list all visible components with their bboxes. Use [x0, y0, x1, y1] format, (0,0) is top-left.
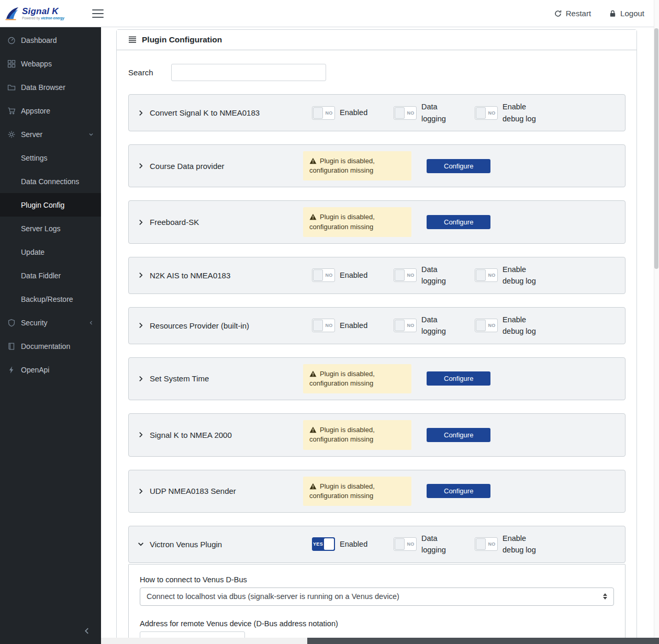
- debug-toggle[interactable]: NO: [475, 106, 498, 120]
- configure-button[interactable]: Configure: [427, 484, 490, 498]
- sidebar-item-label: Dashboard: [21, 36, 57, 44]
- sidebar-item-label: Server Logs: [21, 224, 60, 233]
- plugin-row-header[interactable]: Resources Provider (built-in): [137, 321, 312, 330]
- brand-logo[interactable]: Signal K Powered by victron energy: [0, 6, 83, 21]
- restart-icon: [554, 9, 562, 18]
- sidebar-item-appstore[interactable]: Appstore: [0, 99, 101, 122]
- plugin-name: N2K AIS to NMEA0183: [150, 271, 230, 280]
- remote-address-label: Address for remote Venus device (D-Bus a…: [140, 619, 614, 628]
- debug-toggle[interactable]: NO: [475, 537, 498, 551]
- list-icon: [128, 36, 137, 43]
- plugin-row-header[interactable]: Set System Time: [137, 374, 303, 383]
- card-body: Search Convert Signal K to NMEA0183 NO E…: [117, 50, 636, 644]
- plugin-row-header[interactable]: Freeboard-SK: [137, 218, 303, 227]
- plugin-row-header[interactable]: N2K AIS to NMEA0183: [137, 271, 312, 280]
- sidebar-toggle-button[interactable]: [92, 9, 104, 18]
- data-logging-toggle[interactable]: NO: [394, 106, 417, 120]
- data-logging-label: Data logging: [421, 314, 462, 337]
- toggle-knob: [313, 269, 323, 281]
- data-logging-label: Data logging: [421, 264, 462, 287]
- data-logging-toggle-group: NO Data logging: [394, 314, 475, 337]
- plugin-name: Set System Time: [150, 374, 209, 383]
- enabled-label: Enabled: [340, 538, 367, 550]
- plugin-row-udp-nmea0183-sender: UDP NMEA0183 Sender Plugin is disabled, …: [128, 470, 626, 513]
- debug-toggle[interactable]: NO: [475, 319, 498, 332]
- sidebar-item-backup-restore[interactable]: Backup/Restore: [0, 287, 101, 311]
- search-row: Search: [128, 64, 626, 81]
- sidebar-item-label: Plugin Config: [21, 201, 64, 209]
- debug-toggle-group: NO Enable debug log: [475, 533, 564, 556]
- enabled-toggle-group: NO Enabled: [312, 268, 394, 282]
- plugin-name: UDP NMEA0183 Sender: [150, 487, 236, 495]
- sidebar-item-data-browser[interactable]: Data Browser: [0, 75, 101, 99]
- sidebar-item-label: Data Connections: [21, 177, 79, 186]
- topbar: Signal K Powered by victron energy Resta…: [0, 0, 659, 27]
- toggle-state-label: NO: [405, 273, 416, 278]
- sidebar-item-update[interactable]: Update: [0, 240, 101, 264]
- enabled-toggle[interactable]: YES: [312, 537, 335, 551]
- sidebar-item-server[interactable]: Server: [0, 122, 101, 146]
- toggle-state-label: NO: [405, 110, 416, 116]
- sidebar-item-data-fiddler[interactable]: Data Fiddler: [0, 264, 101, 287]
- chevron-left-icon: [83, 627, 91, 635]
- toggle-state-label: NO: [486, 273, 497, 278]
- sidebar-item-documentation[interactable]: Documentation: [0, 334, 101, 358]
- vertical-scrollbar-thumb[interactable]: [654, 28, 658, 269]
- bolt-icon: [7, 366, 16, 374]
- enabled-toggle[interactable]: NO: [312, 319, 335, 332]
- plugin-row-freeboard-sk: Freeboard-SK Plugin is disabled, configu…: [128, 200, 626, 243]
- enabled-toggle-group: NO Enabled: [312, 319, 394, 332]
- data-logging-toggle[interactable]: NO: [394, 268, 417, 282]
- logout-label: Logout: [620, 9, 644, 18]
- sidebar-item-label: Backup/Restore: [21, 295, 73, 303]
- plugin-row-header[interactable]: Course Data provider: [137, 162, 303, 171]
- logout-button[interactable]: Logout: [609, 9, 644, 18]
- toggle-state-label: NO: [486, 323, 497, 328]
- sidebar-item-label: Data Browser: [21, 83, 65, 92]
- chevron-right-icon: [137, 272, 144, 279]
- plugin-name: Resources Provider (built-in): [150, 321, 249, 330]
- configure-button[interactable]: Configure: [427, 215, 490, 229]
- debug-toggle-group: NO Enable debug log: [475, 314, 564, 337]
- plugin-row-course-data-provider: Course Data provider Plugin is disabled,…: [128, 144, 626, 187]
- search-input[interactable]: [171, 64, 326, 81]
- configure-button[interactable]: Configure: [427, 159, 490, 173]
- enabled-toggle[interactable]: NO: [312, 106, 335, 120]
- sidebar-item-security[interactable]: Security: [0, 311, 101, 334]
- sidebar-item-settings[interactable]: Settings: [0, 146, 101, 170]
- debug-toggle[interactable]: NO: [475, 268, 498, 282]
- enabled-toggle[interactable]: NO: [312, 268, 335, 282]
- horizontal-scrollbar-thumb[interactable]: [307, 638, 659, 644]
- dbus-connect-label: How to connect to Venus D-Bus: [140, 575, 614, 584]
- toggle-state-label: NO: [405, 541, 416, 547]
- toggle-state-label: NO: [486, 541, 497, 547]
- debug-toggle-group: NO Enable debug log: [475, 264, 564, 287]
- data-logging-toggle-group: NO Data logging: [394, 533, 475, 556]
- debug-label: Enable debug log: [502, 264, 543, 287]
- plugin-row-header[interactable]: Victron Venus Plugin: [137, 540, 312, 549]
- sidebar-item-plugin-config[interactable]: Plugin Config: [0, 193, 101, 217]
- select-arrows-icon: [603, 593, 607, 600]
- sidebar-item-openapi[interactable]: OpenApi: [0, 358, 101, 381]
- sidebar-item-webapps[interactable]: Webapps: [0, 52, 101, 75]
- configure-button[interactable]: Configure: [427, 371, 490, 386]
- dbus-connect-select[interactable]: Connect to localhost via dbus (signalk-s…: [140, 587, 614, 606]
- plugin-name: Course Data provider: [150, 162, 225, 171]
- data-logging-toggle[interactable]: NO: [394, 537, 417, 551]
- sidebar-item-server-logs[interactable]: Server Logs: [0, 217, 101, 240]
- chevron-down-icon: [88, 130, 94, 139]
- data-logging-toggle[interactable]: NO: [394, 319, 417, 332]
- plugin-row-header[interactable]: Signal K to NMEA 2000: [137, 431, 303, 439]
- plugin-row-header[interactable]: Convert Signal K to NMEA0183: [137, 108, 312, 117]
- plugin-row-header[interactable]: UDP NMEA0183 Sender: [137, 487, 303, 495]
- configure-button[interactable]: Configure: [427, 428, 490, 442]
- sidebar-minimizer[interactable]: [0, 618, 101, 644]
- debug-label: Enable debug log: [502, 101, 543, 125]
- plugin-name: Signal K to NMEA 2000: [150, 431, 232, 439]
- toggle-knob: [476, 320, 486, 331]
- restart-button[interactable]: Restart: [554, 9, 591, 18]
- sidebar-item-label: Security: [21, 319, 48, 327]
- signalk-sail-icon: [4, 6, 20, 21]
- sidebar-item-dashboard[interactable]: Dashboard: [0, 28, 101, 52]
- sidebar-item-data-connections[interactable]: Data Connections: [0, 170, 101, 193]
